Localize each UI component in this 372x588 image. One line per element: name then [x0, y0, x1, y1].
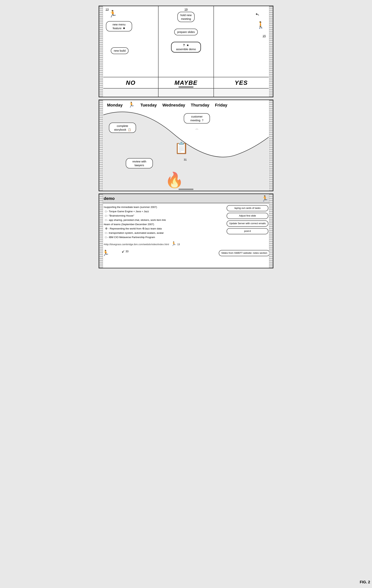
star-icon: ★ [186, 44, 189, 47]
panel-demo: demo 🏃 •supporting the immediate team (s… [99, 193, 273, 268]
fire-decoration: 🔥 [165, 171, 184, 189]
task-card-review-lawyers[interactable]: review withlawyers [126, 158, 153, 168]
demo-actions: laying out cards of tasks Adjust first s… [227, 205, 268, 240]
action-post-it[interactable]: post-it [227, 228, 268, 234]
cursor-arrow-icon: ↖ [255, 11, 260, 17]
day-thursday: Thursday [191, 103, 209, 108]
stick-figure-13: 🏃 [109, 10, 117, 18]
ref-29a: 29a [272, 141, 273, 144]
demo-title: demo [104, 196, 115, 201]
clipboard-icon: 📋 [128, 128, 131, 131]
task-label: completestorybook [114, 124, 128, 131]
col-label-yes: YES [214, 77, 269, 88]
stick-figure-footer: 🏃 [102, 250, 109, 256]
stick-figure-url: 🏃 [171, 242, 176, 246]
action-slides-from-sweft[interactable]: Slides from SWEFT website: notes section [219, 250, 270, 256]
calendar-header: Monday 🏃 Tuesday Wednesday Thursday Frid… [103, 100, 269, 110]
stick-figure-15: 🚶 [257, 21, 265, 29]
col-label-no: NO [103, 77, 158, 88]
demo-bullet-list: •supporting the immediate team (summer 2… [104, 205, 225, 240]
day-tuesday: Tuesday [140, 103, 157, 108]
task-label: hold newmeeting [180, 13, 192, 21]
task-card-assemble-demo[interactable]: ? ★ assemble demo [171, 42, 201, 52]
x-icon: ✖ [123, 27, 125, 30]
col-no: 13 🏃 new menu feature ✖ new build [103, 6, 158, 77]
bullet-text: •supporting the immediate team (summer 2… [104, 205, 225, 240]
col-maybe: 19 hold newmeeting prepare slides ? ★ [158, 6, 214, 77]
scroll-indicator-2[interactable] [178, 189, 194, 190]
task-card-hold-new-meeting[interactable]: hold newmeeting [177, 12, 195, 22]
page-wrapper: 13 🏃 new menu feature ✖ new build [97, 4, 275, 273]
ref-15: 15 [263, 34, 266, 37]
task-card-customer-meeting[interactable]: customermeeting ? [184, 113, 210, 124]
ref-13-panel3: 13 [177, 243, 180, 246]
stick-figure-cal: 🏃 [128, 102, 135, 108]
ref-13: 13 [105, 8, 109, 11]
connector-line: ⌒ [195, 128, 199, 133]
stick-figure-demo-header: 🏃 [261, 195, 268, 202]
task-label: review withlawyers [132, 160, 146, 167]
question-icon: ? [202, 119, 203, 122]
task-card-new-build[interactable]: new build [111, 47, 129, 54]
bottom-bar-maybe [158, 89, 214, 97]
day-monday: Monday [107, 103, 123, 108]
clipboard-large-icon: 📋 [174, 141, 188, 155]
curved-arrow-icon: ↙ [122, 249, 125, 253]
bottom-bar-no [103, 89, 158, 97]
ref-33-area: ↙ 33 [122, 249, 129, 253]
task-card-prepare-slides[interactable]: prepare slides [174, 29, 198, 35]
scroll-indicator[interactable] [178, 86, 194, 88]
task-label: assemble demo [176, 48, 196, 51]
task-label: customermeeting [190, 115, 203, 122]
question-icon: ? [183, 44, 185, 47]
panel-calendar: Monday 🏃 Tuesday Wednesday Thursday Frid… [99, 100, 273, 191]
demo-footer: 🏃 ↙ 33 Slides from SWEFT website: notes … [99, 248, 273, 259]
panel-kanban: 13 🏃 new menu feature ✖ new build [99, 6, 273, 97]
action-update-server[interactable]: Update Server with correct emails [227, 220, 268, 227]
action-laying-out-cards[interactable]: laying out cards of tasks [227, 205, 268, 211]
col-yes: 🚶 15 ↖ [214, 6, 269, 77]
task-card-new-menu-feature[interactable]: new menu feature ✖ [106, 21, 132, 32]
url-line: •http://bluegrass.cambridge.ibm.com/webd… [99, 242, 273, 248]
bottom-bar-yes [214, 89, 269, 97]
day-friday: Friday [215, 103, 227, 108]
task-card-complete-storybook[interactable]: completestorybook 📋 [109, 123, 136, 133]
task-label: new build [114, 49, 125, 52]
ref-31: 31 [184, 158, 187, 161]
action-adjust-first-slide[interactable]: Adjust first slide [227, 213, 268, 219]
day-wednesday: Wednesday [162, 103, 185, 108]
ref-19: 19 [185, 8, 188, 11]
task-label: prepare slides [177, 30, 195, 33]
